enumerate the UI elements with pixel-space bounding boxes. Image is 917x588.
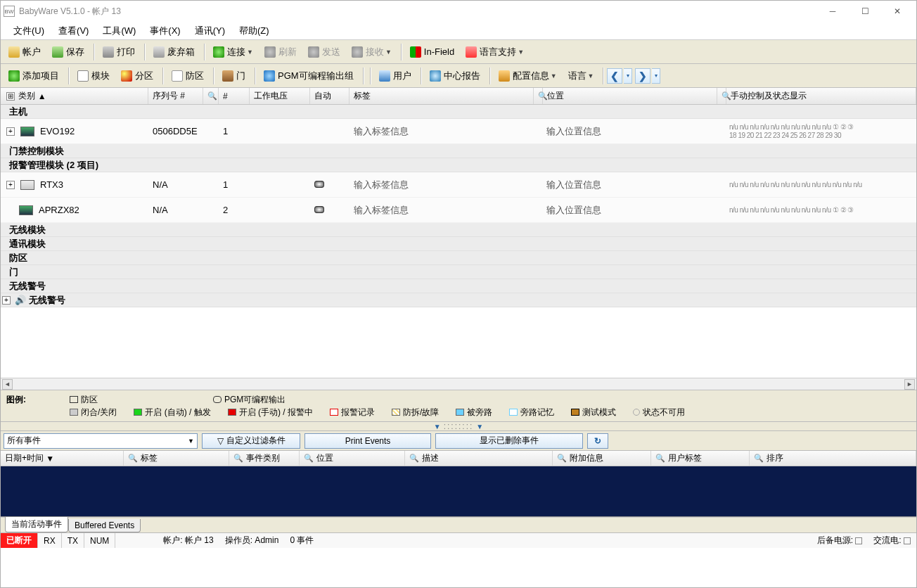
menu-events[interactable]: 事件(X) xyxy=(143,23,187,39)
ecol-userlabel[interactable]: 🔍用户标签 xyxy=(651,451,750,466)
events-header: 日期+时间 ▼ 🔍标签 🔍事件类别 🔍位置 🔍描述 🔍附加信息 🔍用户标签 🔍排… xyxy=(1,451,916,466)
splitter-grip[interactable]: ▼::::::::▼ xyxy=(1,421,916,431)
status-events: 0 事件 xyxy=(284,533,319,548)
col-auto[interactable]: 自动 xyxy=(310,88,350,104)
door-icon xyxy=(222,70,233,82)
print-button[interactable]: 打印 xyxy=(98,43,140,61)
status-ac: 交流电: xyxy=(868,533,916,548)
col-position[interactable]: 位置 xyxy=(543,88,717,104)
auto-indicator-icon xyxy=(314,206,324,213)
ecol-datetime[interactable]: 日期+时间 ▼ xyxy=(1,451,124,466)
partition-button[interactable]: 分区 xyxy=(116,67,158,85)
scroll-right-icon[interactable]: ► xyxy=(904,379,915,390)
swatch-alarmrec xyxy=(330,409,338,416)
central-report-button[interactable]: 中心报告 xyxy=(425,67,485,85)
refresh-button[interactable]: 刷新 xyxy=(259,43,302,61)
save-icon xyxy=(52,46,63,58)
nav-back-drop[interactable]: ▾ xyxy=(624,68,632,84)
col-number[interactable]: # xyxy=(219,88,250,104)
app-icon: BW xyxy=(4,6,15,17)
menu-comm[interactable]: 通讯(Y) xyxy=(188,23,232,39)
trash-button[interactable]: 废弃箱 xyxy=(148,43,200,61)
row-rtx3[interactable]: +RTX3 N/A 1 输入标签信息 输入位置信息 n/u n/u n/u n/… xyxy=(1,172,916,198)
swatch-closed xyxy=(70,409,78,416)
col-search2[interactable]: 🔍 xyxy=(534,88,543,104)
col-category[interactable]: ⊞ 类别 ▲ xyxy=(1,88,148,104)
print-events-button[interactable]: Print Events xyxy=(304,433,431,449)
group-access[interactable]: 门禁控制模块 xyxy=(1,144,916,158)
expand-all-icon[interactable]: ⊞ xyxy=(6,92,15,101)
col-search3[interactable]: 🔍 xyxy=(717,88,726,104)
expand-icon[interactable]: + xyxy=(6,127,15,136)
close-button[interactable]: ✕ xyxy=(881,1,913,22)
account-button[interactable]: 帐户 xyxy=(4,43,46,61)
swatch-test xyxy=(571,409,579,416)
user-button[interactable]: 用户 xyxy=(374,67,416,85)
menu-bar: 文件(U) 查看(V) 工具(W) 事件(X) 通讯(Y) 帮助(Z) xyxy=(1,22,916,40)
ac-indicator-icon xyxy=(904,537,911,544)
lang-support-button[interactable]: 语言支持▼ xyxy=(461,43,529,61)
receive-button[interactable]: 接收▼ xyxy=(347,43,397,61)
event-filter-select[interactable]: 所有事件▼ xyxy=(4,433,198,449)
auto-indicator-icon xyxy=(314,181,324,188)
swatch-openmanual xyxy=(228,409,236,416)
grip-up-icon: ▼ xyxy=(434,423,441,430)
col-manual[interactable]: 手动控制及状态显示 xyxy=(726,88,916,104)
col-label[interactable]: 标签 xyxy=(350,88,534,104)
nav-forward-drop[interactable]: ▾ xyxy=(652,68,660,84)
infield-button[interactable]: In-Field xyxy=(405,43,459,61)
group-door[interactable]: 门 xyxy=(1,265,916,279)
group-zone[interactable]: 防区 xyxy=(1,251,916,265)
ecol-desc[interactable]: 🔍描述 xyxy=(405,451,553,466)
ecol-label[interactable]: 🔍标签 xyxy=(124,451,229,466)
tab-current-events[interactable]: 当前活动事件 xyxy=(5,517,68,532)
scroll-left-icon[interactable]: ◄ xyxy=(2,379,13,390)
main-toolbar: 帐户 保存 打印 废弃箱 连接▼ 刷新 发送 接收▼ In-Field 语言支持… xyxy=(1,40,916,64)
group-host[interactable]: 主机 xyxy=(1,105,916,119)
add-item-button[interactable]: 添加项目 xyxy=(4,67,64,85)
zone-button[interactable]: 防区 xyxy=(167,67,209,85)
pgm-button[interactable]: PGM可编程输出组 xyxy=(259,67,359,85)
ecol-sort[interactable]: 🔍排序 xyxy=(750,451,916,466)
custom-filter-button[interactable]: ▽自定义过滤条件 xyxy=(202,433,300,449)
tab-buffered-events[interactable]: Buffered Events xyxy=(68,519,141,532)
menu-view[interactable]: 查看(V) xyxy=(51,23,96,39)
ecol-extra[interactable]: 🔍附加信息 xyxy=(553,451,651,466)
group-siren2[interactable]: +🔊 无线警号 xyxy=(1,293,916,307)
menu-file[interactable]: 文件(U) xyxy=(6,23,51,39)
menu-tools[interactable]: 工具(W) xyxy=(96,23,143,39)
save-button[interactable]: 保存 xyxy=(47,43,89,61)
group-alarm[interactable]: 报警管理模块 (2 项目) xyxy=(1,158,916,172)
nav-forward-button[interactable]: ❯ xyxy=(635,68,650,84)
language-button[interactable]: 语言▼ xyxy=(563,67,599,85)
partition-icon xyxy=(121,70,132,82)
reload-events-button[interactable]: ↻ xyxy=(587,433,608,449)
row-evo192[interactable]: +EVO192 0506DD5E 1 输入标签信息 输入位置信息 n/u n/u… xyxy=(1,119,916,144)
col-serial[interactable]: 序列号 # xyxy=(148,88,203,104)
receive-icon xyxy=(352,46,363,58)
show-deleted-button[interactable]: 显示已删除事件 xyxy=(435,433,583,449)
ecol-type[interactable]: 🔍事件类别 xyxy=(229,451,300,466)
module-button[interactable]: 模块 xyxy=(72,67,115,85)
status-connection: 已断开 xyxy=(1,533,38,548)
expand-icon[interactable]: + xyxy=(2,296,11,305)
col-search1[interactable]: 🔍 xyxy=(203,88,219,104)
maximize-button[interactable]: ☐ xyxy=(849,1,881,22)
expand-icon[interactable]: + xyxy=(6,181,15,189)
ecol-position[interactable]: 🔍位置 xyxy=(300,451,405,466)
config-button[interactable]: 配置信息▼ xyxy=(494,67,562,85)
row-aprzx82[interactable]: APRZX82 N/A 2 输入标签信息 输入位置信息 n/u n/u n/u … xyxy=(1,198,916,223)
group-comm[interactable]: 通讯模块 xyxy=(1,237,916,251)
trash-icon xyxy=(153,46,165,58)
group-wireless[interactable]: 无线模块 xyxy=(1,223,916,237)
send-button[interactable]: 发送 xyxy=(303,43,345,61)
col-voltage[interactable]: 工作电压 xyxy=(250,88,310,104)
door-button[interactable]: 门 xyxy=(217,67,250,85)
board-icon xyxy=(20,127,34,136)
grid-hscroll[interactable]: ◄ ► xyxy=(1,378,916,390)
minimize-button[interactable]: ─ xyxy=(816,1,849,22)
nav-back-button[interactable]: ❮ xyxy=(607,68,622,84)
connect-button[interactable]: 连接▼ xyxy=(208,43,258,61)
group-siren[interactable]: 无线警号 xyxy=(1,279,916,293)
menu-help[interactable]: 帮助(Z) xyxy=(232,23,276,39)
